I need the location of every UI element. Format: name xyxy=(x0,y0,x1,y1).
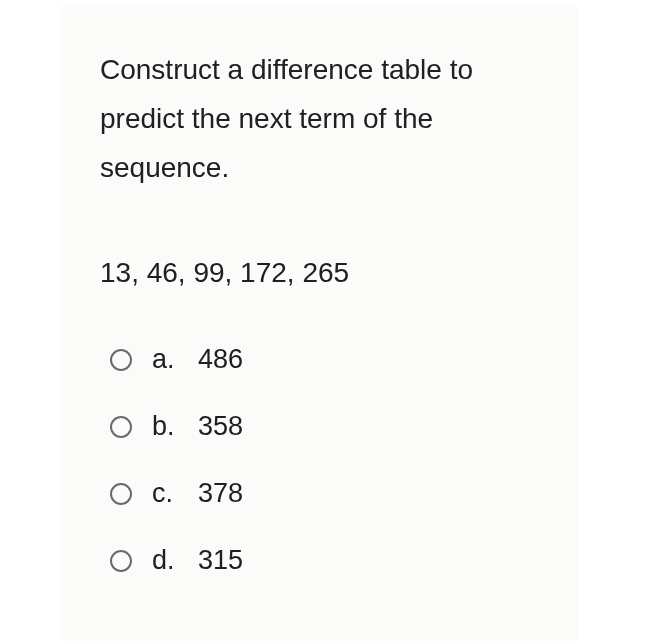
option-letter: b. xyxy=(152,411,186,442)
option-d: d. 315 xyxy=(110,545,539,576)
option-value: 358 xyxy=(198,411,243,442)
option-c: c. 378 xyxy=(110,478,539,509)
option-value: 486 xyxy=(198,344,243,375)
radio-d[interactable] xyxy=(110,550,132,572)
option-value: 315 xyxy=(198,545,243,576)
option-letter: c. xyxy=(152,478,186,509)
option-b: b. 358 xyxy=(110,411,539,442)
radio-b[interactable] xyxy=(110,416,132,438)
question-card: Construct a difference table to predict … xyxy=(60,5,579,641)
options-list: a. 486 b. 358 c. 378 d. 315 xyxy=(100,344,539,576)
option-letter: d. xyxy=(152,545,186,576)
radio-c[interactable] xyxy=(110,483,132,505)
radio-a[interactable] xyxy=(110,349,132,371)
option-a: a. 486 xyxy=(110,344,539,375)
option-letter: a. xyxy=(152,344,186,375)
question-text: Construct a difference table to predict … xyxy=(100,45,539,192)
sequence-text: 13, 46, 99, 172, 265 xyxy=(100,252,539,294)
option-value: 378 xyxy=(198,478,243,509)
